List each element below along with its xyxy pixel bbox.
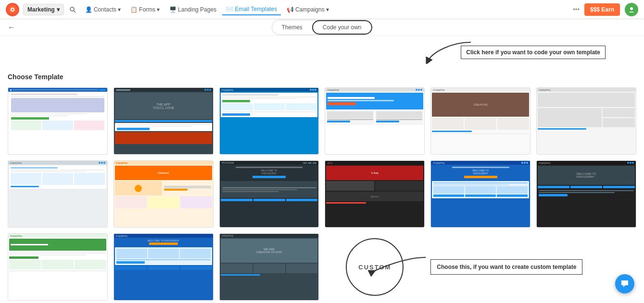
landing-pages-icon: 🖥️ xyxy=(169,6,177,13)
email-templates-icon: ✉️ xyxy=(226,6,233,12)
bottom-arrow-svg xyxy=(368,248,430,277)
template-card-9[interactable]: PROGRAM WELCOME TOENGAGEBAY xyxy=(219,160,319,228)
template-card-6[interactable]: engagebay xyxy=(536,87,636,155)
marketing-dropdown[interactable]: Marketing ▾ xyxy=(23,4,64,15)
page-title: Choose Template xyxy=(8,73,636,81)
forms-chevron: ▾ xyxy=(157,6,160,13)
template-card-14[interactable]: engagebay WELCOME TO ENGAGEBAY xyxy=(114,233,214,301)
campaigns-label: Campaigns xyxy=(295,6,325,13)
template-card-2[interactable]: THE APPYOU'LL LOVE xyxy=(114,87,214,155)
template-card-10[interactable]: ●bay ● bay glasses xyxy=(325,160,425,228)
svg-line-4 xyxy=(74,11,76,12)
svg-point-2 xyxy=(12,9,13,11)
forms-nav[interactable]: 📋 Forms ▾ xyxy=(126,4,164,15)
top-navigation: Marketing ▾ 👤 Contacts ▾ 📋 Forms ▾ 🖥️ La… xyxy=(0,0,644,19)
user-avatar[interactable] xyxy=(625,3,638,16)
more-options-button[interactable]: ••• xyxy=(570,6,582,13)
campaigns-chevron: ▾ xyxy=(326,6,329,13)
template-card-12[interactable]: engagebay WELCOME TOENGAGEBAY xyxy=(536,160,636,228)
bottom-annotation-text: Choose this, if you want to create custo… xyxy=(437,264,576,270)
template-card-3[interactable]: engagebay xyxy=(219,87,319,155)
bottom-annotation-area: Choose this, if you want to create custo… xyxy=(430,233,636,301)
template-card-5[interactable]: engagebay CREATIVE xyxy=(430,87,530,155)
main-content: Choose Template xyxy=(0,67,644,303)
forms-icon: 📋 xyxy=(130,6,138,13)
search-button[interactable] xyxy=(66,3,79,16)
bottom-annotation-box: Choose this, if you want to create custo… xyxy=(430,259,582,275)
contacts-label: Contacts xyxy=(94,6,116,13)
code-your-own-tab[interactable]: Code your own xyxy=(312,20,372,35)
email-templates-label: Email Templates xyxy=(235,6,277,12)
email-templates-nav[interactable]: ✉️ Email Templates xyxy=(222,4,281,15)
svg-point-3 xyxy=(70,7,74,11)
app-logo xyxy=(6,3,19,16)
template-card-7[interactable]: engagebay xyxy=(8,160,108,228)
themes-tab[interactable]: Themes xyxy=(272,20,312,35)
template-card-13[interactable]: engagebay xyxy=(8,233,108,301)
back-button[interactable]: ← xyxy=(8,23,15,32)
tab-group: Themes Code your own xyxy=(271,20,372,35)
template-card-15[interactable]: CREATIVE WE ARECREATIVE STUDIO xyxy=(219,233,319,301)
template-grid: THE APPYOU'LL LOVE engagebay xyxy=(8,87,636,301)
campaigns-icon: 📢 xyxy=(287,6,294,13)
svg-point-5 xyxy=(630,7,633,10)
top-annotation-text: Click here if you want to code your own … xyxy=(466,49,600,56)
contacts-nav[interactable]: 👤 Contacts ▾ xyxy=(81,4,125,15)
forms-label: Forms xyxy=(139,6,155,13)
chevron-down-icon: ▾ xyxy=(57,6,60,13)
template-card-11[interactable]: engagebay WELCOME TOENGAGEBAY xyxy=(430,160,530,228)
contacts-chevron: ▾ xyxy=(118,6,121,13)
landing-pages-label: Landing Pages xyxy=(178,6,216,13)
template-card-4[interactable]: engagebay xyxy=(325,87,425,155)
campaigns-nav[interactable]: 📢 Campaigns ▾ xyxy=(283,4,333,15)
top-annotation-area: Click here if you want to code your own … xyxy=(0,36,644,67)
chat-button[interactable] xyxy=(615,274,634,293)
template-card-8[interactable]: engagebay Chance! xyxy=(114,160,214,228)
sub-header: ← Themes Code your own xyxy=(0,19,644,36)
top-annotation-box: Click here if you want to code your own … xyxy=(461,46,606,59)
earn-button[interactable]: $$$ Earn xyxy=(584,3,620,16)
template-card-1[interactable] xyxy=(8,87,108,155)
landing-pages-nav[interactable]: 🖥️ Landing Pages xyxy=(165,4,220,15)
contacts-icon: 👤 xyxy=(85,6,92,13)
marketing-label: Marketing xyxy=(27,6,55,13)
